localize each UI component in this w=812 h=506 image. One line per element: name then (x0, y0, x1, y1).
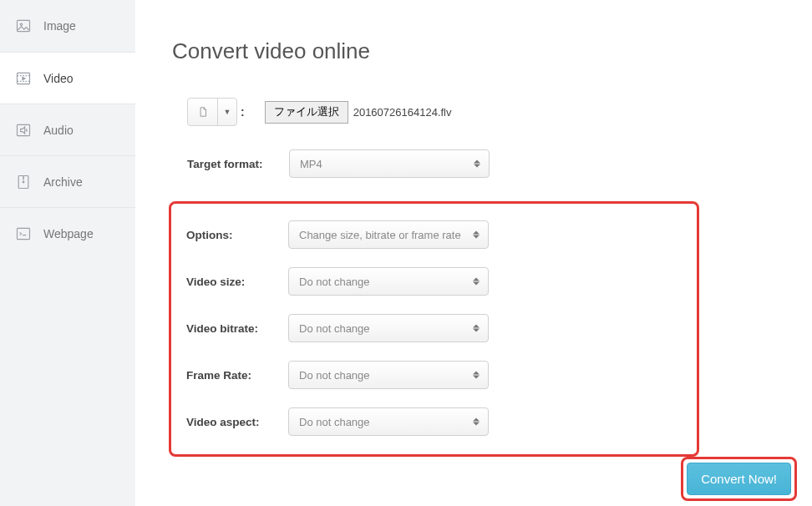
video-bitrate-row: Video bitrate: Do not change (171, 314, 697, 342)
file-colon: : (241, 105, 245, 119)
file-source-button[interactable]: ▼ (187, 98, 237, 126)
sidebar-item-audio[interactable]: Audio (0, 104, 135, 155)
audio-icon (15, 122, 32, 139)
main-panel: Convert video online ▼ : ファイル選択 20160726… (135, 0, 812, 506)
page-title: Convert video online (172, 38, 779, 64)
select-value: Do not change (299, 416, 370, 428)
video-aspect-select[interactable]: Do not change (288, 407, 489, 436)
options-select[interactable]: Change size, bitrate or frame rate (288, 220, 489, 249)
options-label: Options: (171, 229, 288, 241)
video-size-row: Video size: Do not change (171, 267, 697, 296)
video-aspect-label: Video aspect: (171, 416, 288, 428)
convert-highlight-box: Convert Now! (681, 457, 797, 501)
sort-icon (473, 278, 480, 286)
select-value: Change size, bitrate or frame rate (299, 229, 461, 241)
frame-rate-select[interactable]: Do not change (288, 361, 489, 389)
video-size-select[interactable]: Do not change (288, 267, 489, 296)
sidebar-item-archive[interactable]: Archive (0, 155, 135, 207)
svg-point-1 (20, 23, 23, 25)
caret-down-icon: ▼ (218, 99, 236, 125)
sidebar-item-image[interactable]: Image (0, 0, 135, 52)
select-value: Do not change (299, 322, 370, 335)
target-format-select[interactable]: MP4 (289, 149, 490, 178)
file-row: ▼ : ファイル選択 20160726164124.flv (172, 98, 779, 126)
file-choose-button[interactable]: ファイル選択 (265, 101, 348, 124)
frame-rate-label: Frame Rate: (171, 369, 288, 382)
target-format-row: Target format: MP4 (172, 149, 779, 178)
svg-rect-4 (18, 124, 30, 135)
sort-icon (473, 231, 480, 239)
video-aspect-row: Video aspect: Do not change (171, 407, 697, 436)
select-value: MP4 (300, 158, 322, 170)
select-value: Do not change (299, 369, 370, 382)
svg-marker-3 (22, 76, 26, 80)
video-size-label: Video size: (171, 276, 288, 288)
sidebar-item-label: Webpage (43, 227, 94, 240)
selected-file-name: 20160726164124.flv (353, 106, 452, 119)
archive-icon (15, 174, 32, 190)
sort-icon (474, 160, 480, 168)
options-row: Options: Change size, bitrate or frame r… (171, 220, 697, 249)
file-icon (188, 99, 218, 125)
sidebar-item-webpage[interactable]: Webpage (0, 207, 135, 259)
svg-rect-7 (18, 228, 30, 239)
svg-point-6 (23, 181, 24, 183)
sort-icon (473, 325, 480, 332)
sort-icon (473, 418, 480, 426)
sidebar-item-label: Archive (43, 175, 83, 189)
sidebar-item-label: Audio (43, 124, 74, 137)
select-value: Do not change (299, 276, 370, 288)
video-icon (15, 70, 32, 87)
webpage-icon (15, 225, 32, 242)
video-bitrate-select[interactable]: Do not change (288, 314, 489, 342)
convert-button[interactable]: Convert Now! (687, 463, 791, 495)
options-highlight-box: Options: Change size, bitrate or frame r… (169, 201, 699, 457)
image-icon (15, 18, 32, 34)
sidebar-item-label: Image (43, 19, 76, 33)
svg-rect-0 (18, 20, 30, 31)
sidebar-item-video[interactable]: Video (0, 52, 135, 104)
sidebar-item-label: Video (43, 72, 74, 85)
video-bitrate-label: Video bitrate: (171, 322, 288, 335)
sidebar: Image Video Audio Archive Webpage (0, 0, 135, 506)
frame-rate-row: Frame Rate: Do not change (171, 361, 697, 389)
sort-icon (473, 372, 480, 379)
target-format-label: Target format: (172, 158, 289, 170)
